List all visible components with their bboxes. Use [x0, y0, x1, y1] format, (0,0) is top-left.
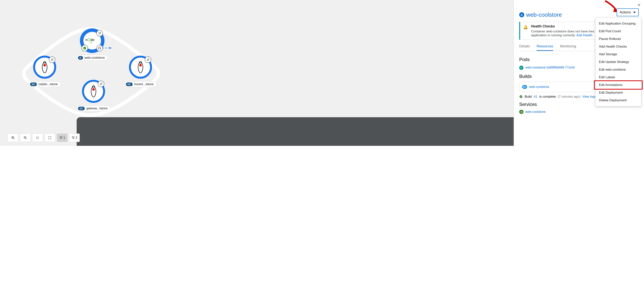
node-gateway-coolstore[interactable]: DC gatewa...lstore	[77, 80, 110, 111]
check-circle-icon	[519, 95, 523, 98]
side-panel: × D web-coolstore Actions Edit Applicati…	[514, 0, 644, 146]
open-url-icon[interactable]	[49, 56, 56, 63]
pod-link[interactable]: web-coolstore-5d68f9db98-77zm6	[525, 66, 575, 70]
build-status	[519, 95, 523, 98]
topology-toolbar: 1 2	[8, 134, 80, 142]
build-success-icon	[82, 45, 88, 51]
node-ring	[82, 80, 105, 103]
svg-line-16	[26, 138, 27, 139]
node-ring	[129, 56, 152, 79]
topology-canvas[interactable]: n de JS D web-coolstore	[0, 0, 514, 146]
node-ring: n de JS	[81, 29, 104, 52]
layout-1-label: 1	[64, 136, 65, 139]
topology-edge-arrow	[102, 46, 112, 51]
actions-dropdown: Edit Application Grouping Edit Pod Count…	[595, 18, 641, 106]
deploymentconfig-badge: DC	[126, 83, 133, 86]
menu-item[interactable]: Edit Deployment	[596, 89, 641, 97]
alert-title: Health Checks	[531, 24, 594, 28]
menu-item[interactable]: Edit Update Strategy	[596, 58, 641, 66]
open-url-icon[interactable]	[145, 56, 151, 63]
menu-item[interactable]: Pause Rollouts	[596, 35, 641, 43]
graph-icon	[59, 136, 63, 139]
actions-button-label: Actions	[620, 10, 631, 15]
svg-point-9	[139, 64, 142, 67]
close-icon[interactable]: ×	[638, 2, 640, 8]
open-url-icon[interactable]	[96, 30, 103, 37]
deploymentconfig-badge: DC	[30, 83, 37, 86]
menu-item[interactable]: Edit Pod Count	[596, 28, 641, 35]
service-badge: S	[519, 110, 524, 114]
deployment-badge: D	[78, 56, 83, 60]
node-label: invent...lstore	[134, 82, 154, 86]
menu-item[interactable]: Delete Deployment	[596, 97, 641, 104]
caret-down-icon	[633, 12, 636, 13]
buildconfig-badge: BC	[522, 85, 527, 89]
deployment-badge: D	[519, 12, 524, 17]
buildconfig-link[interactable]: web-coolstore	[529, 85, 549, 89]
node-label-chip[interactable]: DC invent...lstore	[124, 81, 156, 87]
node-label: gatewa...lstore	[86, 107, 108, 110]
layout-2-label: 2	[76, 136, 78, 139]
add-health-checks-link[interactable]: Add Health	[576, 33, 592, 37]
zoom-in-button[interactable]	[8, 134, 18, 142]
fit-to-screen-button[interactable]	[32, 134, 43, 142]
node-label: web-coolstore	[84, 56, 105, 60]
menu-item-edit-annotations[interactable]: Edit Annotations	[596, 81, 641, 89]
zoom-out-button[interactable]	[20, 134, 31, 142]
node-label-chip[interactable]: DC catalo...lstore	[29, 81, 61, 87]
node-catalog-coolstore[interactable]: DC catalo...lstore	[29, 56, 61, 87]
build-row-prefix: Build	[524, 95, 532, 99]
pod-badge: P	[519, 66, 524, 70]
layout-1-button[interactable]: 1	[57, 134, 68, 142]
jboss-icon	[136, 61, 145, 74]
layout-2-button[interactable]: 2	[69, 134, 80, 142]
view-logs-link[interactable]: View logs	[582, 95, 596, 99]
open-url-icon[interactable]	[98, 81, 104, 87]
node-label-chip[interactable]: DC gatewa...lstore	[77, 106, 110, 111]
menu-item[interactable]: Add Storage	[596, 51, 641, 58]
menu-item[interactable]: Edit web-coolstore	[596, 66, 641, 74]
tab-details[interactable]: Details	[519, 43, 530, 51]
source-git-icon[interactable]	[96, 45, 103, 51]
node-ring	[33, 56, 56, 79]
node-label-chip[interactable]: D web-coolstore	[77, 55, 108, 61]
node-inventory-coolstore[interactable]: DC invent...lstore	[124, 56, 156, 87]
app-root: n de JS D web-coolstore	[0, 0, 644, 146]
actions-button[interactable]: Actions	[616, 9, 639, 16]
jboss-icon	[40, 61, 50, 74]
tab-monitoring[interactable]: Monitoring	[560, 43, 576, 51]
service-link[interactable]: web-coolstore	[525, 110, 546, 114]
alert-text: Container web-coolstore does not have he…	[531, 30, 594, 37]
build-row-text: is complete	[539, 95, 556, 99]
tab-resources[interactable]: Resources	[537, 43, 553, 51]
build-row-time: (7 minutes ago)	[558, 95, 580, 99]
node-web-coolstore[interactable]: n de JS D web-coolstore	[77, 29, 108, 61]
build-number-link[interactable]: #1	[534, 95, 538, 99]
jboss-icon	[89, 85, 98, 98]
deploymentconfig-badge: DC	[78, 107, 85, 110]
panel-title-text[interactable]: web-coolstore	[526, 12, 562, 18]
svg-point-10	[92, 88, 95, 91]
svg-marker-7	[109, 47, 112, 49]
application-label-chip[interactable]: A coolstore	[77, 117, 514, 146]
graph-icon	[72, 136, 75, 139]
menu-item[interactable]: Edit Labels	[596, 74, 641, 81]
bell-icon: 🔔	[523, 25, 528, 37]
svg-line-12	[14, 138, 14, 139]
svg-point-8	[44, 64, 46, 67]
menu-item[interactable]: Add Health Checks	[596, 43, 641, 51]
menu-item[interactable]: Edit Application Grouping	[596, 20, 641, 28]
node-label: catalo...lstore	[38, 82, 58, 86]
reset-view-button[interactable]	[44, 134, 55, 142]
